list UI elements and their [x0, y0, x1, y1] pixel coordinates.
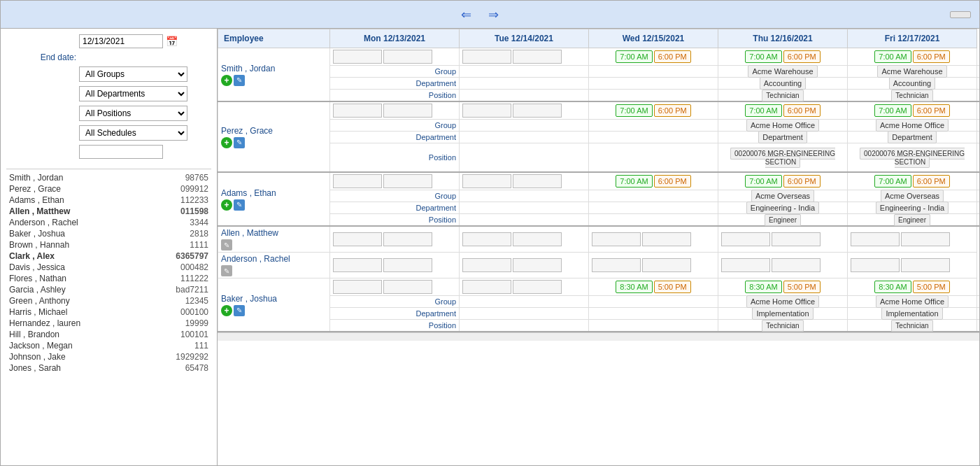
- end-time-box[interactable]: 6:00 PM: [654, 104, 691, 117]
- list-item[interactable]: Anderson , Rachel3344: [6, 217, 211, 228]
- time-input-box[interactable]: [851, 258, 900, 272]
- list-item[interactable]: Adams , Ethan112233: [6, 195, 211, 206]
- time-input-box[interactable]: [851, 232, 900, 246]
- list-item[interactable]: Johnson , Jake1929292: [6, 351, 211, 362]
- list-item[interactable]: Smith , Jordan98765: [6, 172, 211, 183]
- end-time-box[interactable]: 6:00 PM: [654, 175, 691, 188]
- list-item[interactable]: Brown , Hannah1111: [6, 239, 211, 250]
- add-schedule-icon[interactable]: +: [221, 137, 232, 148]
- list-item[interactable]: Green , Anthony12345: [6, 295, 211, 306]
- search-input[interactable]: [79, 145, 163, 159]
- time-input-box[interactable]: [462, 174, 511, 188]
- time-input-box[interactable]: [462, 232, 511, 246]
- time-input-box[interactable]: [772, 258, 821, 272]
- time-input-box[interactable]: [592, 232, 641, 246]
- list-item[interactable]: Baker , Joshua2818: [6, 228, 211, 239]
- list-item[interactable]: Garcia , Ashleybad7211: [6, 284, 211, 295]
- start-time-box[interactable]: 7:00 AM: [874, 175, 911, 188]
- position-select[interactable]: All Positions: [79, 106, 187, 121]
- list-item[interactable]: Harris , Michael000100: [6, 306, 211, 318]
- time-input-box[interactable]: [333, 258, 382, 272]
- end-time-box[interactable]: 6:00 PM: [654, 50, 691, 63]
- add-schedule-icon[interactable]: +: [221, 199, 232, 211]
- time-input-box[interactable]: [513, 104, 562, 118]
- time-input-box[interactable]: [383, 174, 432, 188]
- start-time-box[interactable]: 7:00 AM: [745, 104, 781, 117]
- time-input-box[interactable]: [513, 174, 562, 188]
- start-time-box[interactable]: 8:30 AM: [616, 281, 652, 293]
- end-time-box[interactable]: 5:00 PM: [913, 281, 950, 293]
- end-time-box[interactable]: 6:00 PM: [913, 50, 950, 63]
- time-input-box[interactable]: [513, 280, 562, 294]
- start-time-box[interactable]: 7:00 AM: [616, 175, 652, 188]
- start-time-box[interactable]: 8:30 AM: [745, 281, 781, 293]
- edit-schedule-icon[interactable]: ✎: [234, 137, 245, 148]
- list-item[interactable]: Jones , Sarah65478: [6, 362, 211, 374]
- time-input-box[interactable]: [642, 232, 691, 246]
- time-input-box[interactable]: [333, 280, 382, 294]
- time-input-box[interactable]: [901, 258, 950, 272]
- list-item[interactable]: Davis , Jessica000482: [6, 262, 211, 273]
- department-select[interactable]: All Departments: [79, 86, 187, 101]
- start-time-box[interactable]: 8:30 AM: [874, 281, 911, 293]
- time-input-box[interactable]: [462, 50, 511, 64]
- horizontal-scrollbar[interactable]: [218, 332, 979, 341]
- list-item[interactable]: Hernandez , lauren19999: [6, 318, 211, 329]
- time-input-box[interactable]: [333, 50, 382, 64]
- list-item[interactable]: Allen , Matthew011598: [6, 206, 211, 217]
- time-input-box[interactable]: [592, 258, 641, 272]
- time-input-box[interactable]: [333, 232, 382, 246]
- time-input-box[interactable]: [772, 232, 821, 246]
- start-time-box[interactable]: 7:00 AM: [874, 50, 911, 63]
- time-input-box[interactable]: [333, 104, 382, 118]
- start-time-box[interactable]: 7:00 AM: [616, 104, 652, 117]
- edit-schedule-icon[interactable]: ✎: [234, 199, 245, 211]
- end-time-box[interactable]: 6:00 PM: [783, 104, 821, 117]
- edit-schedule-icon[interactable]: ✎: [221, 239, 232, 250]
- start-time-box[interactable]: 7:00 AM: [745, 175, 781, 188]
- time-input-box[interactable]: [383, 280, 432, 294]
- add-schedule-icon[interactable]: +: [221, 75, 232, 86]
- time-input-box[interactable]: [901, 232, 950, 246]
- time-input-box[interactable]: [383, 104, 432, 118]
- add-schedule-icon[interactable]: +: [221, 305, 232, 316]
- edit-schedule-icon[interactable]: ✎: [221, 265, 232, 276]
- end-time-box[interactable]: 5:00 PM: [783, 281, 821, 293]
- time-input-box[interactable]: [513, 50, 562, 64]
- time-input-box[interactable]: [513, 258, 562, 272]
- edit-schedule-icon[interactable]: ✎: [234, 75, 245, 86]
- time-input-box[interactable]: [462, 258, 511, 272]
- time-input-box[interactable]: [462, 104, 511, 118]
- time-input-box[interactable]: [383, 258, 432, 272]
- end-time-box[interactable]: 5:00 PM: [654, 281, 691, 293]
- schedule-time-cell: [330, 226, 460, 253]
- update-button[interactable]: [950, 11, 971, 18]
- end-time-box[interactable]: 6:00 PM: [913, 104, 950, 117]
- prev-week-arrow[interactable]: ⇐: [461, 7, 471, 22]
- time-input-box[interactable]: [513, 232, 562, 246]
- next-week-arrow[interactable]: ⇒: [488, 7, 499, 22]
- time-input-box[interactable]: [333, 174, 382, 188]
- end-time-box[interactable]: 6:00 PM: [913, 175, 950, 188]
- time-input-box[interactable]: [721, 258, 770, 272]
- time-input-box[interactable]: [383, 232, 432, 246]
- start-time-box[interactable]: 7:00 AM: [874, 104, 911, 117]
- time-input-box[interactable]: [462, 280, 511, 294]
- edit-schedule-icon[interactable]: ✎: [234, 305, 245, 316]
- time-input-box[interactable]: [383, 50, 432, 64]
- start-time-box[interactable]: 7:00 AM: [616, 50, 652, 63]
- list-item[interactable]: Perez , Grace099912: [6, 183, 211, 195]
- list-item[interactable]: Jackson , Megan111: [6, 340, 211, 351]
- end-time-box[interactable]: 6:00 PM: [783, 50, 821, 63]
- group-select[interactable]: All Groups: [79, 66, 187, 82]
- time-input-box[interactable]: [721, 232, 770, 246]
- list-item[interactable]: Hill , Brandon100101: [6, 329, 211, 340]
- start-time-box[interactable]: 7:00 AM: [745, 50, 781, 63]
- start-date-input[interactable]: [79, 34, 163, 48]
- calendar-icon[interactable]: 📅: [166, 36, 178, 47]
- list-item[interactable]: Flores , Nathan111222: [6, 273, 211, 284]
- list-item[interactable]: Clark , Alex6365797: [6, 250, 211, 262]
- end-time-box[interactable]: 6:00 PM: [783, 175, 821, 188]
- time-input-box[interactable]: [642, 258, 691, 272]
- default-schedule-select[interactable]: All Schedules: [79, 125, 187, 141]
